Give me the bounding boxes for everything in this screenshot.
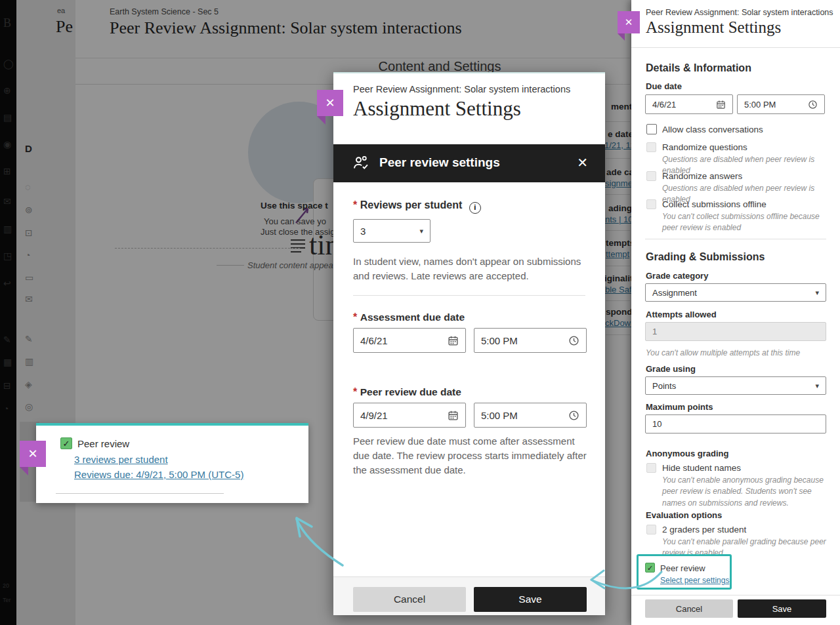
collect-offline-note: You can't collect submissions offline be… xyxy=(662,211,823,234)
clock-icon xyxy=(568,335,579,346)
close-glyph: ✕ xyxy=(325,96,335,110)
check-icon: ✓ xyxy=(647,564,653,572)
required-asterisk: * xyxy=(353,199,357,211)
required-asterisk: * xyxy=(353,386,357,397)
cancel-button[interactable]: Cancel xyxy=(353,587,466,612)
peer-due-label: Peer review due date xyxy=(360,386,461,397)
section-divider xyxy=(353,295,585,296)
summary-divider xyxy=(56,493,224,494)
anonymous-grading-heading: Anonymous grading xyxy=(646,449,728,458)
peer-review-checkbox[interactable]: ✓ xyxy=(645,563,655,573)
chevron-down-icon: ▾ xyxy=(419,227,423,235)
calendar-icon xyxy=(448,410,459,421)
due-time-input[interactable]: 5:00 PM xyxy=(737,94,825,114)
select-value: 3 xyxy=(360,226,366,237)
grade-category-select[interactable]: Assignment ▾ xyxy=(645,283,826,302)
peer-review-settings-modal: ✕ Peer Review Assignment: Solar system i… xyxy=(333,72,605,615)
close-icon[interactable]: ✕ xyxy=(577,155,588,171)
check-icon: ✓ xyxy=(63,439,70,449)
attempts-input: 1 xyxy=(645,322,826,341)
due-date-input[interactable]: 4/6/21 xyxy=(645,94,733,114)
time-value: 5:00 PM xyxy=(744,100,776,110)
randomize-answers-checkbox xyxy=(646,171,656,181)
badge-fold xyxy=(317,116,326,125)
badge-fold xyxy=(618,33,625,41)
save-button[interactable]: Save xyxy=(738,599,826,618)
reviews-due-link[interactable]: Reviews due: 4/9/21, 5:00 PM (UTC-5) xyxy=(74,469,243,480)
allow-conversations-label: Allow class conversations xyxy=(662,125,763,134)
panel-header-divider xyxy=(631,47,840,48)
peer-review-checkbox[interactable]: ✓ xyxy=(60,437,72,449)
peer-review-option-highlight: ✓ Peer review Select peer settings xyxy=(637,554,732,590)
peer-help-text: Peer review due date must come after ass… xyxy=(353,434,592,477)
two-graders-label: 2 graders per student xyxy=(662,525,746,534)
select-peer-settings-link[interactable]: Select peer settings xyxy=(660,576,729,585)
hide-names-checkbox xyxy=(646,463,656,473)
peer-due-labelrow: * Peer review due date xyxy=(353,386,461,398)
assessment-due-labelrow: * Assessment due date xyxy=(353,312,465,323)
select-value: Assignment xyxy=(652,288,697,298)
randomize-questions-checkbox xyxy=(646,142,656,152)
grade-category-label: Grade category xyxy=(646,271,708,281)
close-glyph: ✕ xyxy=(577,155,588,170)
peer-review-label: Peer review xyxy=(660,563,705,573)
peer-review-settings-bar: Peer review settings ✕ xyxy=(333,144,605,182)
chevron-down-icon: ▾ xyxy=(815,382,819,390)
peer-review-icon xyxy=(352,155,370,172)
assessment-due-label: Assessment due date xyxy=(360,312,465,323)
modal-eyebrow: Peer Review Assignment: Solar system int… xyxy=(353,84,570,94)
save-button[interactable]: Save xyxy=(474,587,587,612)
reviews-per-student-link[interactable]: 3 reviews per student xyxy=(74,454,168,465)
chevron-down-icon: ▾ xyxy=(815,289,819,297)
hide-names-label: Hide student names xyxy=(662,463,741,473)
grade-using-label: Grade using xyxy=(646,364,696,374)
date-value: 4/9/21 xyxy=(360,410,388,421)
max-points-label: Maximum points xyxy=(646,402,713,412)
collect-offline-label: Collect submissions offline xyxy=(662,199,766,209)
close-icon[interactable]: ✕ xyxy=(317,90,343,116)
date-value: 4/6/21 xyxy=(652,100,676,110)
badge-fold xyxy=(20,467,28,475)
attempts-note: You can't allow multiple attempts at thi… xyxy=(646,348,823,359)
reviews-per-student-select[interactable]: 3 ▾ xyxy=(353,219,430,243)
bar-title: Peer review settings xyxy=(379,155,500,170)
hide-names-note: You can't enable anonymous grading becau… xyxy=(662,475,826,509)
peer-review-label: Peer review xyxy=(77,438,129,449)
attempts-label: Attempts allowed xyxy=(646,310,717,319)
max-points-input[interactable]: 10 xyxy=(645,414,826,433)
peer-date-input[interactable]: 4/9/21 xyxy=(353,403,466,428)
assessment-time-input[interactable]: 5:00 PM xyxy=(474,328,587,353)
peer-time-input[interactable]: 5:00 PM xyxy=(474,403,587,428)
calendar-icon xyxy=(448,335,459,346)
input-value: 1 xyxy=(652,327,657,336)
info-icon[interactable]: i xyxy=(469,202,481,214)
panel-eyebrow: Peer Review Assignment: Solar system int… xyxy=(646,8,833,17)
reviews-help-text: In student view, names don't appear on s… xyxy=(353,254,589,283)
close-icon[interactable]: ✕ xyxy=(618,11,640,33)
time-value: 5:00 PM xyxy=(481,335,518,346)
modal-footer: Cancel Save xyxy=(333,576,605,615)
peer-review-summary-box: ✕ ✓ Peer review 3 reviews per student Re… xyxy=(36,423,308,503)
evaluation-options-heading: Evaluation options xyxy=(646,510,722,520)
assignment-settings-panel: ✕ Peer Review Assignment: Solar system i… xyxy=(631,0,840,625)
modal-title: Assignment Settings xyxy=(353,97,521,121)
section-divider xyxy=(645,239,826,239)
select-value: Points xyxy=(652,381,676,391)
close-icon[interactable]: ✕ xyxy=(20,441,46,467)
assessment-date-input[interactable]: 4/6/21 xyxy=(353,328,466,353)
allow-conversations-checkbox[interactable] xyxy=(646,124,657,134)
grading-heading: Grading & Submissions xyxy=(646,251,765,263)
randomize-answers-label: Randomize answers xyxy=(662,171,742,181)
time-value: 5:00 PM xyxy=(481,410,518,421)
cancel-button[interactable]: Cancel xyxy=(645,599,733,618)
reviews-per-student-label: Reviews per student xyxy=(360,199,463,211)
randomize-questions-label: Randomize questions xyxy=(662,142,747,152)
input-value: 10 xyxy=(652,419,662,429)
reviews-per-student-labelrow: * Reviews per student i xyxy=(353,199,481,214)
collect-offline-checkbox xyxy=(646,199,656,209)
panel-title: Assignment Settings xyxy=(646,18,781,37)
clock-icon xyxy=(808,100,818,110)
date-value: 4/6/21 xyxy=(360,335,388,346)
close-glyph: ✕ xyxy=(28,447,37,461)
grade-using-select[interactable]: Points ▾ xyxy=(645,376,826,395)
